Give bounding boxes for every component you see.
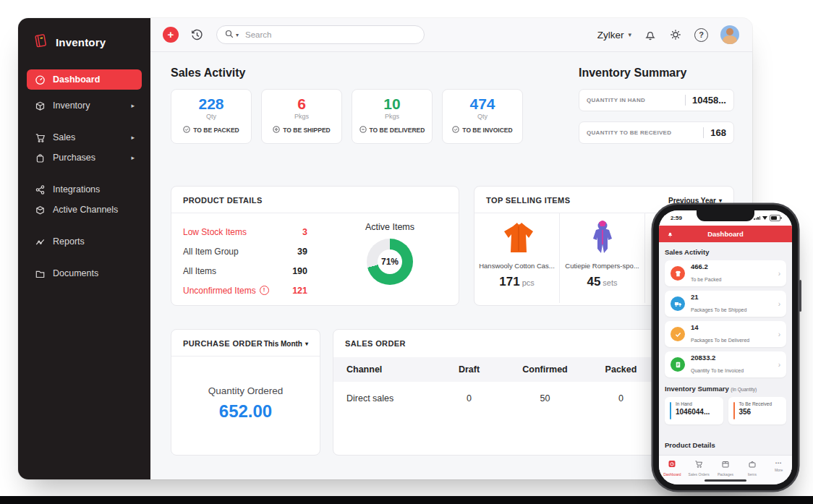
product-qty: 45sets: [560, 275, 644, 289]
phone-row-to-be-delivered[interactable]: 14Packages To be Delivered ›: [665, 321, 786, 347]
top-selling-item[interactable]: Hanswooly Cotton Cas... 171pcs: [474, 213, 560, 303]
stat-card-to-be-invoiced[interactable]: 474 Qty TO BE INVOICED: [442, 89, 523, 144]
phone-tab-more[interactable]: ••• More: [765, 458, 792, 477]
truck-icon: [671, 296, 685, 311]
app-logo: Inventory: [18, 18, 150, 52]
phone-to-be-received-card[interactable]: To Be Received 356: [728, 397, 787, 424]
sidebar-item-active-channels[interactable]: Active Channels: [27, 200, 142, 220]
search-scope-caret-icon[interactable]: ▾: [236, 32, 239, 38]
active-items-label: Active Items: [343, 222, 437, 232]
help-icon[interactable]: ?: [694, 28, 708, 42]
history-icon[interactable]: [190, 28, 204, 42]
user-avatar[interactable]: [720, 25, 739, 44]
quantity-ordered-label: Quantity Ordered: [171, 385, 320, 396]
stat-label: TO BE DELIVERED: [370, 127, 425, 134]
more-dots-icon: •••: [765, 458, 792, 467]
phone-row-to-be-invoiced[interactable]: 20833.2Quantity To be Invoiced ›: [665, 351, 786, 377]
phone-screen: 2:59 Dashboard Sales Activity 466.2To be…: [659, 210, 792, 484]
stat-card-to-be-packed[interactable]: 228 Qty TO BE PACKED: [171, 89, 252, 144]
phone-row-to-be-packed[interactable]: 466.2To be Packed ›: [665, 260, 786, 286]
product-details-rows: Low Stock Items3 All Item Group39 All It…: [183, 222, 307, 300]
top-selling-item[interactable]: Cutiepie Rompers-spo... 45sets: [560, 213, 645, 303]
chevron-right-icon: ›: [778, 361, 780, 369]
phone-tab-dashboard[interactable]: Dashboard: [659, 458, 686, 477]
sidebar-item-integrations[interactable]: Integrations: [27, 179, 142, 200]
sales-activity-section: Sales Activity 228 Qty TO BE PACKED 6 Pk…: [171, 67, 523, 144]
sidebar-item-reports[interactable]: Reports: [27, 231, 142, 252]
phone-app-header: Dashboard: [659, 226, 792, 242]
wifi-icon: [762, 216, 767, 220]
sidebar: Inventory Dashboard Inventory ▸ Sales ▸ …: [18, 18, 150, 479]
stat-card-to-be-delivered[interactable]: 10 Pkgs TO BE DELIVERED: [352, 89, 433, 144]
search-box: ▾: [216, 25, 425, 44]
phone-power-button: [799, 280, 801, 312]
sidebar-item-purchases[interactable]: Purchases ▸: [27, 148, 142, 168]
column-header: Packed: [587, 364, 655, 375]
add-button[interactable]: +: [163, 27, 179, 43]
phone-home-indicator[interactable]: [705, 479, 746, 482]
phone-in-hand-card[interactable]: In Hand 1046044...: [665, 397, 723, 424]
quantity-ordered-value: 652.00: [171, 401, 320, 422]
chevron-down-icon: ▾: [628, 31, 631, 38]
invoice-icon: [671, 357, 685, 372]
product-details-card: PRODUCT DETAILS Low Stock Items3 All Ite…: [171, 186, 459, 306]
sidebar-item-documents[interactable]: Documents: [27, 263, 142, 283]
reports-icon: [34, 236, 46, 247]
phone-tab-sales-orders[interactable]: Sales Orders: [686, 458, 712, 477]
product-name: Hanswooly Cotton Cas...: [474, 262, 559, 270]
phone-clock: 2:59: [671, 215, 682, 221]
phone-row-to-be-shipped[interactable]: 21Packages To be Shipped ›: [665, 291, 786, 317]
inventory-summary-section: Inventory Summary QUANTITY IN HAND 10458…: [579, 67, 734, 144]
stat-unit: Pkgs: [352, 113, 432, 120]
purchase-order-period-dropdown[interactable]: This Month▾: [264, 340, 308, 348]
circled-dot-icon: [273, 126, 280, 134]
settings-gear-icon[interactable]: [669, 28, 682, 41]
column-header: Channel: [333, 364, 435, 375]
active-items-chart: Active Items 71%: [343, 222, 447, 300]
stat-card-to-be-shipped[interactable]: 6 Pkgs TO BE SHIPPED: [261, 89, 342, 144]
dashboard-icon: [34, 74, 46, 85]
active-items-donut: 71%: [367, 239, 413, 285]
cardigan-product-image: [474, 219, 559, 257]
stat-unit: Qty: [443, 113, 522, 120]
org-selector[interactable]: Zylker ▾: [597, 30, 631, 40]
sidebar-item-inventory[interactable]: Inventory ▸: [27, 95, 142, 116]
stat-value: 474: [443, 96, 522, 111]
bell-icon[interactable]: [667, 231, 673, 238]
cell-draft: 0: [435, 393, 503, 403]
sidebar-item-label: Integrations: [53, 184, 100, 195]
top-selling-period-dropdown[interactable]: Previous Year▾: [668, 197, 722, 205]
inventory-logo-icon: [33, 33, 49, 52]
phone-tab-items[interactable]: Items: [738, 458, 765, 477]
product-name: Cutiepie Rompers-spo...: [560, 262, 644, 270]
stat-label: TO BE PACKED: [193, 127, 239, 134]
sales-order-title: SALES ORDER: [345, 339, 406, 348]
low-stock-items-row[interactable]: Low Stock Items3: [183, 222, 307, 242]
stat-value: 10: [352, 96, 432, 111]
sidebar-item-dashboard[interactable]: Dashboard: [27, 69, 142, 90]
unconfirmed-items-row[interactable]: Unconfirmed Items!121: [183, 281, 307, 300]
all-items-row[interactable]: All Items190: [183, 261, 307, 281]
channels-icon: [34, 205, 46, 215]
summary-label: QUANTITY IN HAND: [587, 97, 645, 103]
phone-status-bar: 2:59: [659, 210, 792, 226]
purchase-order-title: PURCHASE ORDER: [183, 339, 263, 348]
submenu-arrow-icon: ▸: [131, 134, 135, 141]
column-header: Draft: [435, 364, 503, 375]
phone-tab-packages[interactable]: Packages: [712, 458, 739, 477]
submenu-arrow-icon: ▸: [131, 154, 135, 161]
sidebar-item-label: Documents: [53, 268, 98, 278]
all-item-group-row[interactable]: All Item Group39: [183, 242, 307, 261]
chevron-down-icon: ▾: [719, 197, 722, 204]
notifications-bell-icon[interactable]: [644, 28, 657, 41]
circled-dash-icon: [359, 126, 367, 134]
stat-label: TO BE INVOICED: [462, 127, 512, 134]
submenu-arrow-icon: ▸: [131, 102, 135, 109]
app-window: Inventory Dashboard Inventory ▸ Sales ▸ …: [18, 18, 752, 479]
phone-mockup: 2:59 Dashboard Sales Activity 466.2To be…: [653, 205, 798, 490]
sales-activity-title: Sales Activity: [171, 67, 523, 80]
search-input[interactable]: [244, 30, 416, 40]
check-icon: [671, 327, 685, 341]
summary-value: 10458...: [685, 95, 726, 106]
sidebar-item-sales[interactable]: Sales ▸: [27, 127, 142, 148]
